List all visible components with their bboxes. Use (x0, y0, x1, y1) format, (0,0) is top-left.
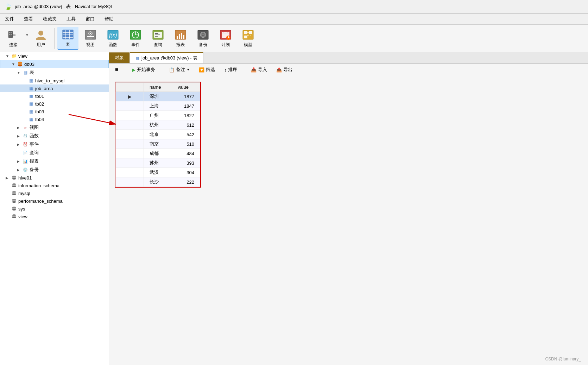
table-row[interactable]: 上海1847 (116, 101, 200, 111)
title-bar: 🍃 job_area @db03 (view) - 表 - Navicat fo… (0, 0, 588, 14)
sidebar: ▼ 📁 view ▼ db03 ▼ ▦ 表 (0, 52, 109, 365)
cell-value[interactable]: 1827 (172, 111, 200, 120)
db-hive01-icon (11, 175, 17, 181)
export-button[interactable]: 📤 导出 (273, 65, 296, 74)
sidebar-functions-group[interactable]: ▶ f() 函数 (0, 132, 109, 140)
cell-value[interactable]: 304 (172, 168, 200, 177)
toolbar-backup-button[interactable]: 备份 (192, 27, 214, 49)
begin-transaction-button[interactable]: ▶ 开始事务 (129, 65, 158, 74)
svg-rect-31 (177, 36, 178, 39)
toolbar-user-button[interactable]: 用户 (30, 27, 51, 49)
cell-name[interactable]: 南京 (144, 139, 172, 149)
menu-bar: 文件 查看 收藏夹 工具 窗口 帮助 (0, 14, 588, 25)
cell-value[interactable]: 393 (172, 158, 200, 168)
sidebar-tables-label: 表 (30, 69, 34, 76)
menu-window[interactable]: 窗口 (83, 15, 97, 23)
sidebar-mysql[interactable]: mysql (0, 189, 109, 197)
cell-name[interactable]: 长沙 (144, 177, 172, 187)
col-header-name[interactable]: name (144, 83, 172, 92)
toolbar-function-button[interactable]: f(x) 函数 (102, 27, 124, 49)
sidebar-tables-group[interactable]: ▼ ▦ 表 (0, 68, 109, 77)
cell-value[interactable]: 484 (172, 149, 200, 158)
cell-name[interactable]: 广州 (144, 111, 172, 120)
toolbar-report-button[interactable]: 报表 (170, 27, 191, 49)
cell-name[interactable]: 杭州 (144, 120, 172, 130)
table-row[interactable]: 杭州612 (116, 120, 200, 130)
cell-name[interactable]: 上海 (144, 101, 172, 111)
cell-name[interactable]: 北京 (144, 130, 172, 139)
event-icon (129, 29, 142, 41)
table-row[interactable]: 北京542 (116, 130, 200, 139)
main-layout: ▼ 📁 view ▼ db03 ▼ ▦ 表 (0, 52, 588, 365)
table-row[interactable]: 长沙222 (116, 177, 200, 187)
comment-button[interactable]: 📋 备注 ▼ (166, 65, 193, 74)
cell-value[interactable]: 542 (172, 130, 200, 139)
sidebar-table-tb04[interactable]: ▦ tb04 (0, 115, 109, 123)
sidebar-backup-label: 备份 (30, 166, 39, 173)
sidebar-table-tb02[interactable]: ▦ tb02 (0, 100, 109, 108)
menu-favorites[interactable]: 收藏夹 (41, 15, 59, 23)
sidebar-sys[interactable]: sys (0, 205, 109, 213)
cell-value[interactable]: 1847 (172, 101, 200, 111)
sidebar-perf-schema[interactable]: performance_schema (0, 197, 109, 205)
sidebar-hive01[interactable]: ▶ hive01 (0, 174, 109, 182)
menu-file[interactable]: 文件 (3, 15, 16, 23)
sidebar-table-hive[interactable]: ▦ hive_to_mysql (0, 77, 109, 84)
sidebar-events-group[interactable]: ▶ ⏰ 事件 (0, 140, 109, 149)
toolbar-model-button[interactable]: 模型 (238, 27, 259, 49)
sort-icon: ↕ (224, 67, 227, 73)
table-row[interactable]: 成都484 (116, 149, 200, 158)
cell-name[interactable]: 苏州 (144, 158, 172, 168)
sidebar-hive01-label: hive01 (18, 175, 32, 181)
svg-rect-27 (155, 33, 158, 34)
cell-name[interactable]: 深圳 (144, 92, 172, 101)
sidebar-root-view[interactable]: ▼ 📁 view (0, 52, 109, 60)
cell-name[interactable]: 成都 (144, 149, 172, 158)
table-row[interactable]: 广州1827 (116, 111, 200, 120)
report-icon (174, 29, 187, 41)
menu-help[interactable]: 帮助 (102, 15, 116, 23)
toolbar-query-button[interactable]: 查询 (147, 27, 169, 49)
svg-rect-28 (155, 34, 160, 35)
user-label: 用户 (37, 42, 45, 48)
query-icon (152, 29, 164, 41)
sidebar-reports-label: 报表 (30, 158, 39, 164)
menu-tools[interactable]: 工具 (64, 15, 78, 23)
tables-icon: ▦ (23, 70, 28, 75)
cell-name[interactable]: 武汉 (144, 168, 172, 177)
menu-view[interactable]: 查看 (22, 15, 35, 23)
toolbar-view-button[interactable]: 视图 (80, 27, 101, 49)
tab-table[interactable]: ▦ job_area @db03 (view) - 表 (130, 52, 203, 63)
svg-rect-2 (9, 34, 10, 35)
sidebar-backup-group[interactable]: ▶ 💿 备份 (0, 165, 109, 174)
toolbar-event-button[interactable]: 事件 (125, 27, 146, 49)
toolbar-schedule-button[interactable]: 计划 (215, 27, 236, 49)
sidebar-queries-group[interactable]: 📄 查询 (0, 149, 109, 157)
sidebar-info-schema[interactable]: information_schema (0, 182, 109, 189)
sort-button[interactable]: ↕ 排序 (221, 65, 240, 74)
begin-transaction-icon: ▶ (132, 67, 135, 73)
sidebar-table-tb03[interactable]: ▦ tb03 (0, 108, 109, 115)
cell-value[interactable]: 612 (172, 120, 200, 130)
col-header-value[interactable]: value (172, 83, 200, 92)
import-button[interactable]: 📥 导入 (248, 65, 270, 74)
cell-value[interactable]: 222 (172, 177, 200, 187)
hamburger-menu-button[interactable]: ≡ (112, 65, 121, 74)
toolbar-connect-button[interactable]: 连接 (3, 27, 24, 49)
filter-button[interactable]: 🔽 筛选 (196, 65, 218, 74)
cell-value[interactable]: 1877 (172, 92, 200, 101)
table-row[interactable]: 南京510 (116, 139, 200, 149)
sidebar-reports-group[interactable]: ▶ 📊 报表 (0, 157, 109, 165)
sidebar-view-db[interactable]: view (0, 213, 109, 220)
table-row[interactable]: 苏州393 (116, 158, 200, 168)
watermark: CSDN @luminary_ (545, 357, 581, 361)
sidebar-table-job-area[interactable]: ▦ job_area (0, 84, 109, 92)
sidebar-table-tb01[interactable]: ▦ tb01 (0, 92, 109, 100)
cell-value[interactable]: 510 (172, 139, 200, 149)
toolbar-table-button[interactable]: 表 (57, 27, 78, 50)
sidebar-views-group[interactable]: ▶ ∞ 视图 (0, 123, 109, 132)
table-row[interactable]: 武汉304 (116, 168, 200, 177)
sidebar-db03[interactable]: ▼ db03 (0, 60, 109, 68)
table-row[interactable]: ▶深圳1877 (116, 92, 200, 101)
tab-objects[interactable]: 对象 (109, 52, 130, 63)
